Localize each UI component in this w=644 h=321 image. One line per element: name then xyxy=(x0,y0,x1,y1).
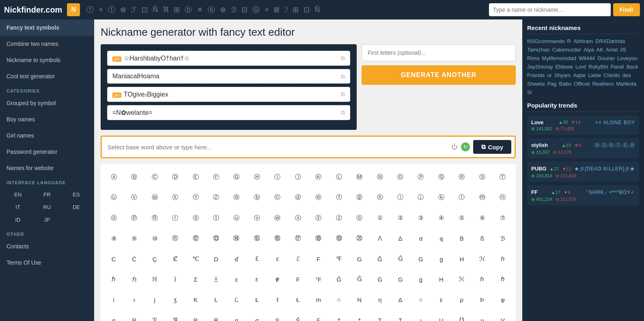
symbol-cell[interactable]: ⓜ xyxy=(472,187,492,207)
symbol-cell[interactable]: g xyxy=(431,249,451,269)
recent-name-item[interactable]: RokyBhi xyxy=(588,64,608,70)
recent-name-item[interactable]: 05 xyxy=(620,47,626,53)
symbol-cell[interactable]: °F xyxy=(309,269,328,289)
symbol-cell[interactable]: ⓣ xyxy=(206,208,226,228)
symbol-cell[interactable]: ε xyxy=(431,290,451,310)
symbol-cell[interactable]: F xyxy=(288,269,308,289)
symbol-cell[interactable]: Þ xyxy=(472,290,492,310)
symbol-cell[interactable]: Ⓒ xyxy=(145,167,164,187)
symbol-cell[interactable]: ℓ xyxy=(268,290,287,310)
symbol-cell[interactable]: Ǧ xyxy=(390,249,410,269)
symbol-cell[interactable]: ı xyxy=(124,290,144,310)
symbol-cell[interactable]: Ⓨ xyxy=(186,187,205,207)
recent-name-item[interactable]: Efdewe xyxy=(556,64,573,70)
symbol-cell[interactable]: ∩ xyxy=(329,290,349,310)
recent-name-item[interactable]: Cakemurder xyxy=(552,47,582,53)
symbol-cell[interactable]: ① xyxy=(370,208,390,228)
copy-icon-2[interactable]: ⧉ xyxy=(341,91,345,98)
symbol-cell[interactable]: Ş xyxy=(268,310,287,321)
symbol-cell[interactable]: υ xyxy=(472,310,492,321)
copy-button[interactable]: ⧉ Copy xyxy=(473,140,512,154)
symbol-cell[interactable]: ⑲ xyxy=(329,228,349,248)
symbol-cell[interactable]: ⓩ xyxy=(329,208,349,228)
recent-name-item[interactable]: Pandi xyxy=(610,64,624,70)
symbol-cell[interactable]: Ⓦ xyxy=(145,187,164,207)
recent-name-item[interactable]: Gourav xyxy=(597,55,615,61)
symbol-cell[interactable]: ℎ xyxy=(493,249,513,269)
symbol-cell[interactable]: H xyxy=(452,249,472,269)
symbol-cell[interactable]: ⓙ xyxy=(411,187,431,207)
symbol-cell[interactable]: ⑪ xyxy=(165,228,185,248)
symbol-cell[interactable]: ⓑ xyxy=(247,187,267,207)
symbol-cell[interactable]: ⓕ xyxy=(329,187,349,207)
symbol-cell[interactable]: Ⓧ xyxy=(165,187,185,207)
recent-name-item[interactable]: Mylifemomdad xyxy=(542,55,576,61)
symbol-cell[interactable]: α xyxy=(411,228,431,248)
symbol-cell[interactable]: ⓧ xyxy=(288,208,308,228)
recent-name-item[interactable]: AK xyxy=(596,47,603,53)
symbol-cell[interactable]: ⓗ xyxy=(370,187,390,207)
symbol-cell[interactable]: ⓨ xyxy=(309,208,328,228)
symbol-cell[interactable]: Ⓜ xyxy=(349,167,369,187)
symbol-cell[interactable]: B xyxy=(452,228,472,248)
symbol-cell[interactable]: ⓓ xyxy=(288,187,308,207)
sidebar-item-contacts[interactable]: Contacts xyxy=(0,238,94,254)
symbol-cell[interactable]: ⓔ xyxy=(309,187,328,207)
symbol-cell[interactable]: ℍ xyxy=(145,269,164,289)
sidebar-item-grouped[interactable]: Grouped by symbol xyxy=(0,95,94,111)
symbol-cell[interactable]: ⓡ xyxy=(165,208,185,228)
symbol-cell[interactable]: Ⓐ xyxy=(104,167,123,187)
symbol-cell[interactable]: Ł xyxy=(288,290,308,310)
lang-en[interactable]: EN xyxy=(3,188,32,201)
symbol-cell[interactable]: Ɛ xyxy=(247,249,267,269)
symbol-cell[interactable]: ⓟ xyxy=(124,208,144,228)
recent-name-item[interactable]: Back xyxy=(627,64,638,70)
symbol-cell[interactable]: ι xyxy=(411,310,431,321)
symbol-cell[interactable]: Ⓝ xyxy=(370,167,390,187)
recent-name-item[interactable]: Chinito xyxy=(603,72,620,78)
symbol-cell[interactable]: Ʊ xyxy=(452,310,472,321)
symbol-cell[interactable]: Δ xyxy=(390,228,410,248)
symbol-cell[interactable]: R xyxy=(124,310,144,321)
symbol-cell[interactable]: H xyxy=(431,269,451,289)
symbol-cell[interactable]: Ȼ xyxy=(165,249,185,269)
symbol-cell[interactable]: Ġ xyxy=(370,269,390,289)
symbol-cell[interactable]: ⑨ xyxy=(124,228,144,248)
symbol-cell[interactable]: ③ xyxy=(411,208,431,228)
symbol-cell[interactable]: ℬ xyxy=(493,228,513,248)
recent-name-item[interactable]: ur xyxy=(547,72,552,78)
symbol-cell[interactable]: Ĝ xyxy=(370,249,390,269)
symbol-cell[interactable]: ℰ xyxy=(288,249,308,269)
symbol-cell[interactable]: Ǧ xyxy=(349,269,369,289)
symbol-cell[interactable]: K xyxy=(186,290,205,310)
find-button[interactable]: Find! xyxy=(613,3,640,16)
recent-name-item[interactable]: Lord xyxy=(575,64,586,70)
recent-name-item[interactable]: Friends xyxy=(527,72,545,78)
lang-fr[interactable]: FR xyxy=(32,188,62,201)
recent-name-item[interactable]: Rima xyxy=(527,55,539,61)
trend-item[interactable]: FF ▲17 ▼9 『SHRK』•ᴮᴬᴰBOY✓ ⊕ 401,224 ⊖ 211… xyxy=(527,185,639,205)
symbol-cell[interactable]: ○ xyxy=(411,290,431,310)
reset-icon[interactable]: ⏻ xyxy=(451,143,458,151)
symbol-cell[interactable]: ρ xyxy=(452,290,472,310)
symbol-cell[interactable]: Ï xyxy=(165,269,185,289)
sidebar-item-fancy-text[interactable]: Fancy text symbols xyxy=(0,19,94,36)
symbol-cell[interactable]: Ⓛ xyxy=(329,167,349,187)
recent-name-item[interactable]: NSGcommando xyxy=(527,38,564,44)
symbol-cell[interactable]: ⑫ xyxy=(186,228,205,248)
symbol-cell[interactable]: ⓢ xyxy=(186,208,205,228)
symbol-cell[interactable]: ④ xyxy=(431,208,451,228)
symbol-cell[interactable]: m xyxy=(309,290,328,310)
copy-icon-3[interactable]: ⧉ xyxy=(341,109,345,116)
symbol-cell[interactable]: ⓖ xyxy=(349,187,369,207)
symbol-cell[interactable]: ⓪ xyxy=(349,208,369,228)
symbol-cell[interactable]: Ⓙ xyxy=(288,167,308,187)
sidebar-item-terms[interactable]: Terms Of Use xyxy=(0,254,94,271)
symbol-cell[interactable]: ⓐ xyxy=(227,187,246,207)
recent-name-item[interactable]: Shyam xyxy=(554,72,571,78)
recent-name-item[interactable]: JayShivray xyxy=(527,64,553,70)
editor-input[interactable] xyxy=(105,141,448,153)
symbol-cell[interactable]: ⑩ xyxy=(145,228,164,248)
symbol-cell[interactable]: Σ xyxy=(186,269,205,289)
symbol-cell[interactable]: ② xyxy=(390,208,410,228)
